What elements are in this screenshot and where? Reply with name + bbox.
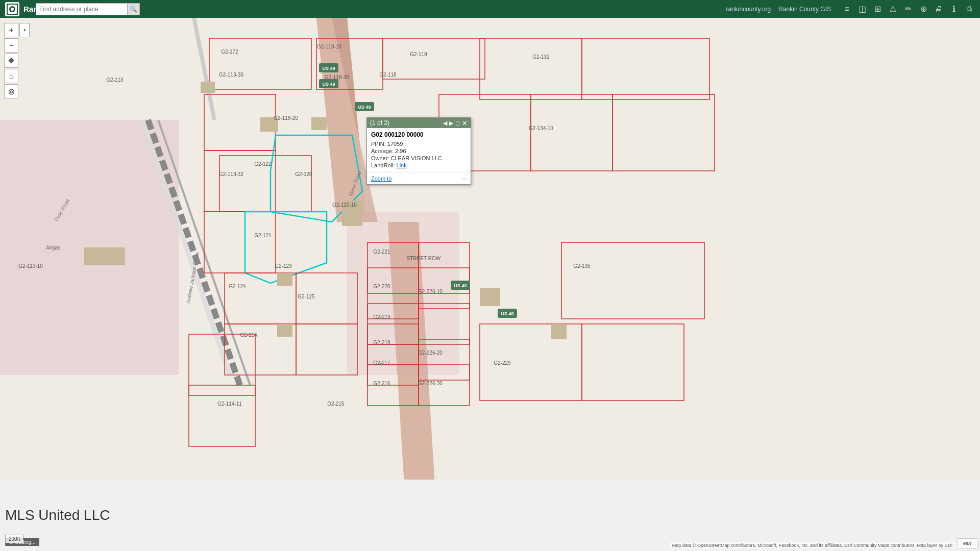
svg-text:G2-122: G2-122: [254, 161, 272, 167]
svg-rect-51: [84, 247, 125, 265]
zoom-dropdown[interactable]: ▾: [19, 23, 30, 37]
popup-navigation: ◀ ▶ ◻ ✕: [443, 120, 468, 127]
layers-icon[interactable]: ≡: [841, 5, 852, 14]
alert-icon[interactable]: ⚠: [887, 4, 898, 14]
svg-text:G2-226-10: G2-226-10: [418, 289, 443, 294]
svg-text:G2-114-11: G2-114-11: [217, 401, 242, 407]
svg-text:G2-218: G2-218: [373, 340, 390, 345]
svg-text:G2-217: G2-217: [373, 360, 390, 366]
zoom-out-button[interactable]: −: [4, 38, 18, 53]
zoom-in-button[interactable]: +: [4, 23, 18, 37]
esri-logo: esri: [957, 538, 977, 548]
locate-button[interactable]: ◎: [4, 84, 18, 98]
svg-text:STREET ROW: STREET ROW: [407, 256, 441, 261]
svg-text:US 49: US 49: [322, 66, 335, 71]
popup-value-owner: CLEAR VISION LLC: [391, 155, 442, 161]
rankin-county-link[interactable]: rankincounty.org: [726, 6, 771, 13]
map-canvas[interactable]: US 49 US 49 US 49 US 49 US 49 G2-113 G2-…: [0, 18, 980, 551]
popup-body: G02 000120 00000 PPIN: 17059 Acreage: 2.…: [367, 128, 471, 172]
search-bar: 🔍: [36, 3, 140, 15]
popup-field-acreage: Acreage: 2.96: [371, 148, 467, 154]
popup-title: G02 000120 00000: [371, 131, 467, 138]
svg-text:G2-216: G2-216: [373, 381, 390, 386]
search-button[interactable]: 🔍: [128, 3, 140, 15]
svg-text:G2-120: G2-120: [295, 171, 312, 177]
svg-text:G2-124: G2-124: [229, 284, 246, 289]
popup-close-button[interactable]: ✕: [462, 120, 468, 127]
svg-text:G2-220: G2-220: [373, 284, 390, 289]
svg-text:G2-123: G2-123: [275, 263, 292, 269]
svg-rect-49: [311, 117, 327, 130]
popup-field-landroll: LandRoll: Link: [371, 162, 467, 168]
popup-prev-button[interactable]: ◀: [443, 120, 447, 127]
search-input[interactable]: [36, 3, 128, 15]
popup-label-acreage: Acreage:: [371, 148, 395, 154]
svg-text:G2-113-30: G2-113-30: [219, 72, 243, 78]
popup-more-button[interactable]: ···: [461, 175, 467, 182]
company-name: MLS United LLC: [5, 507, 110, 523]
header-links: rankincounty.org Rankin County GIS: [726, 6, 831, 13]
grid-icon[interactable]: ⊞: [872, 4, 883, 14]
info-icon[interactable]: ℹ: [948, 4, 960, 14]
esri-text: esri: [963, 541, 971, 546]
svg-text:G2-118: G2-118: [379, 72, 397, 78]
svg-text:G2-114: G2-114: [240, 332, 257, 338]
pan-button[interactable]: ✥: [4, 54, 18, 68]
svg-text:G2-113-32: G2-113-32: [219, 171, 243, 177]
attribution-text: Map data © OpenStreetMap contributors, M…: [672, 543, 952, 548]
print-icon[interactable]: 🖨: [933, 5, 944, 14]
svg-text:G2-132: G2-132: [532, 54, 550, 60]
popup-footer: Zoom to ···: [367, 172, 471, 184]
popup-label-landroll: LandRoll:: [371, 162, 397, 168]
map-attribution: Map data © OpenStreetMap contributors, M…: [670, 542, 954, 548]
popup-landroll-link[interactable]: Link: [397, 162, 407, 168]
map-svg: US 49 US 49 US 49 US 49 US 49 G2-113 G2-…: [0, 18, 980, 551]
header-toolbar: ≡ ◫ ⊞ ⚠ ✏ ⊕ 🖨 ℹ ⎙: [841, 4, 975, 14]
svg-text:US 49: US 49: [358, 105, 371, 110]
popup-value-ppin: 17059: [387, 141, 403, 147]
svg-rect-47: [201, 82, 215, 93]
svg-text:G2-215: G2-215: [327, 401, 345, 407]
svg-text:G2-226-30: G2-226-30: [418, 381, 443, 386]
home-button[interactable]: ⌂: [4, 69, 18, 83]
svg-text:G2-113: G2-113: [106, 77, 124, 83]
scale-bar: 200ft: [5, 535, 23, 543]
popup-label-owner: Owner:: [371, 155, 391, 161]
svg-text:G2-134-10: G2-134-10: [529, 126, 553, 131]
svg-text:G2-125: G2-125: [298, 294, 315, 299]
measure-icon[interactable]: ⊕: [918, 4, 929, 14]
app-header: Rankin County Map Viewer rankincounty.or…: [0, 0, 980, 18]
svg-text:US 49: US 49: [322, 82, 335, 87]
rankin-gis-link[interactable]: Rankin County GIS: [778, 6, 831, 13]
map-controls: + − ✥ ⌂ ◎: [4, 23, 18, 98]
svg-text:Airgas: Airgas: [46, 245, 60, 251]
svg-text:US 49: US 49: [454, 283, 467, 288]
svg-text:G2-226-20: G2-226-20: [418, 350, 443, 356]
svg-text:G2-120-10: G2-120-10: [332, 202, 357, 208]
popup-header: (1 of 2) ◀ ▶ ◻ ✕: [367, 118, 471, 128]
export-icon[interactable]: ⎙: [964, 5, 975, 14]
svg-text:G2-118-20: G2-118-20: [274, 115, 298, 121]
popup-expand-button[interactable]: ◻: [455, 120, 460, 127]
popup-field-ppin: PPIN: 17059: [371, 141, 467, 147]
svg-text:G2-219: G2-219: [373, 314, 390, 320]
popup-next-button[interactable]: ▶: [449, 120, 453, 127]
svg-text:G2-113-10: G2-113-10: [18, 263, 43, 269]
bottom-section: MLS United LLC: [0, 480, 980, 551]
edit-icon[interactable]: ✏: [902, 4, 914, 14]
svg-text:G2-119: G2-119: [410, 52, 427, 57]
svg-rect-55: [551, 324, 567, 339]
popup-field-owner: Owner: CLEAR VISION LLC: [371, 155, 467, 161]
svg-text:G2-229: G2-229: [494, 360, 511, 366]
svg-text:G2-121: G2-121: [254, 233, 272, 238]
svg-point-3: [11, 8, 14, 11]
zoom-to-link[interactable]: Zoom to: [371, 176, 391, 182]
svg-text:US 49: US 49: [501, 311, 513, 316]
svg-text:G2-118-30: G2-118-30: [325, 74, 349, 80]
basemap-icon[interactable]: ◫: [856, 4, 868, 14]
scale-label: 200ft: [9, 536, 20, 542]
feature-popup: (1 of 2) ◀ ▶ ◻ ✕ G02 000120 00000 PPIN: …: [366, 117, 471, 185]
app-logo: [5, 2, 19, 16]
popup-value-acreage: 2.96: [395, 148, 406, 154]
svg-text:G2-221: G2-221: [373, 249, 390, 255]
